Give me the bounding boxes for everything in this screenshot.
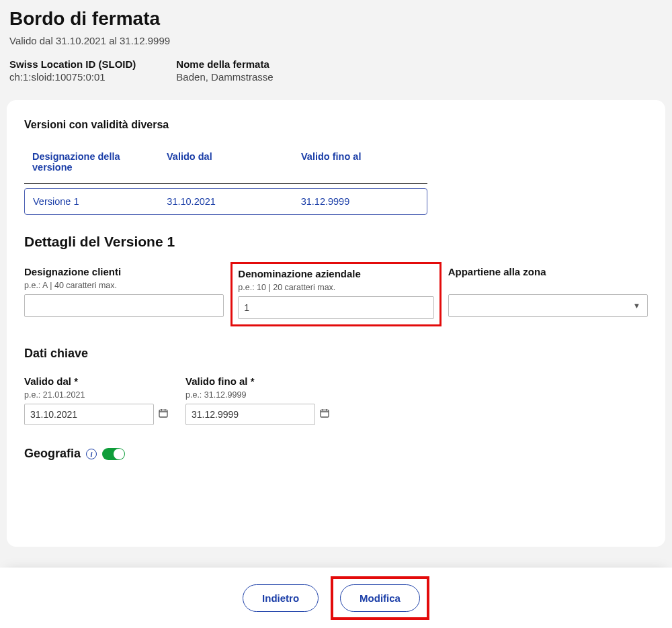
version-valido-dal: 31.10.2021: [159, 189, 292, 214]
keydata-heading: Dati chiave: [24, 347, 648, 361]
valido-fino-col: Valido fino al * p.e.: 31.12.9999: [185, 375, 320, 425]
valido-dal-col: Valido dal * p.e.: 21.01.2021: [24, 375, 159, 425]
details-form-row: Designazione clienti p.e.: A | 40 caratt…: [24, 266, 648, 326]
col-valido-fino[interactable]: Valido fino al: [293, 142, 427, 183]
designazione-clienti-col: Designazione clienti p.e.: A | 40 caratt…: [24, 266, 224, 326]
page-header: Bordo di fermata Valido dal 31.10.2021 a…: [0, 0, 672, 96]
appartiene-zona-label: Appartiene alla zona: [448, 266, 648, 277]
geografia-toggle[interactable]: [102, 448, 125, 460]
stopname-value: Baden, Dammstrasse: [176, 71, 273, 83]
geografia-heading: Geografia: [24, 447, 81, 461]
details-heading: Dettagli del Versione 1: [24, 234, 648, 250]
calendar-icon[interactable]: [319, 408, 330, 421]
indietro-button[interactable]: Indietro: [243, 584, 319, 612]
sloid-block: Swiss Location ID (SLOID) ch:1:sloid:100…: [9, 58, 136, 83]
designazione-clienti-input[interactable]: [24, 294, 224, 317]
main-card: Versioni con validità diversa Designazio…: [7, 100, 665, 547]
keydata-row: Valido dal * p.e.: 21.01.2021 Valido fin…: [24, 375, 648, 425]
geografia-row: Geografia i: [24, 447, 648, 461]
appartiene-zona-select[interactable]: ▼: [448, 294, 648, 317]
version-row[interactable]: Versione 1 31.10.2021 31.12.9999: [24, 188, 427, 215]
svg-rect-0: [159, 410, 167, 417]
svg-rect-1: [321, 410, 329, 417]
col-valido-dal[interactable]: Valido dal: [159, 142, 293, 183]
denominazione-aziendale-label: Denominazione aziendale: [238, 268, 433, 279]
appartiene-zona-hint: [448, 281, 648, 290]
modifica-highlight: Modifica: [331, 576, 429, 620]
chevron-down-icon: ▼: [633, 302, 640, 310]
page-title: Bordo di fermata: [9, 8, 663, 30]
calendar-icon[interactable]: [158, 408, 169, 421]
denominazione-aziendale-hint: p.e.: 10 | 20 caratteri max.: [238, 283, 433, 292]
sloid-label: Swiss Location ID (SLOID): [9, 58, 136, 70]
denominazione-aziendale-input[interactable]: [238, 296, 433, 319]
valido-fino-hint: p.e.: 31.12.9999: [185, 390, 320, 400]
version-valido-fino: 31.12.9999: [293, 189, 427, 214]
designazione-clienti-label: Designazione clienti: [24, 266, 224, 277]
info-row: Swiss Location ID (SLOID) ch:1:sloid:100…: [9, 58, 663, 83]
denominazione-aziendale-highlight: Denominazione aziendale p.e.: 10 | 20 ca…: [230, 262, 441, 326]
version-designazione: Versione 1: [25, 189, 159, 214]
valido-dal-hint: p.e.: 21.01.2021: [24, 390, 159, 400]
valido-dal-label: Valido dal *: [24, 375, 159, 387]
appartiene-zona-col: Appartiene alla zona ▼: [448, 266, 648, 326]
stopname-block: Nome della fermata Baden, Dammstrasse: [176, 58, 273, 83]
denominazione-aziendale-col: Denominazione aziendale p.e.: 10 | 20 ca…: [236, 266, 435, 326]
col-designazione[interactable]: Designazione della versione: [24, 142, 159, 183]
sloid-value: ch:1:sloid:10075:0:01: [9, 71, 136, 83]
modifica-button[interactable]: Modifica: [340, 584, 420, 612]
valido-fino-label: Valido fino al *: [185, 375, 320, 387]
valido-dal-input[interactable]: [24, 404, 154, 425]
info-icon[interactable]: i: [86, 449, 97, 459]
versions-section-title: Versioni con validità diversa: [24, 119, 648, 131]
validity-text: Valido dal 31.10.2021 al 31.12.9999: [9, 35, 663, 46]
valido-fino-input[interactable]: [185, 404, 315, 425]
versions-table-header: Designazione della versione Valido dal V…: [24, 142, 427, 184]
designazione-clienti-hint: p.e.: A | 40 caratteri max.: [24, 281, 224, 290]
footer-bar: Indietro Modifica: [0, 568, 672, 628]
stopname-label: Nome della fermata: [176, 58, 273, 70]
